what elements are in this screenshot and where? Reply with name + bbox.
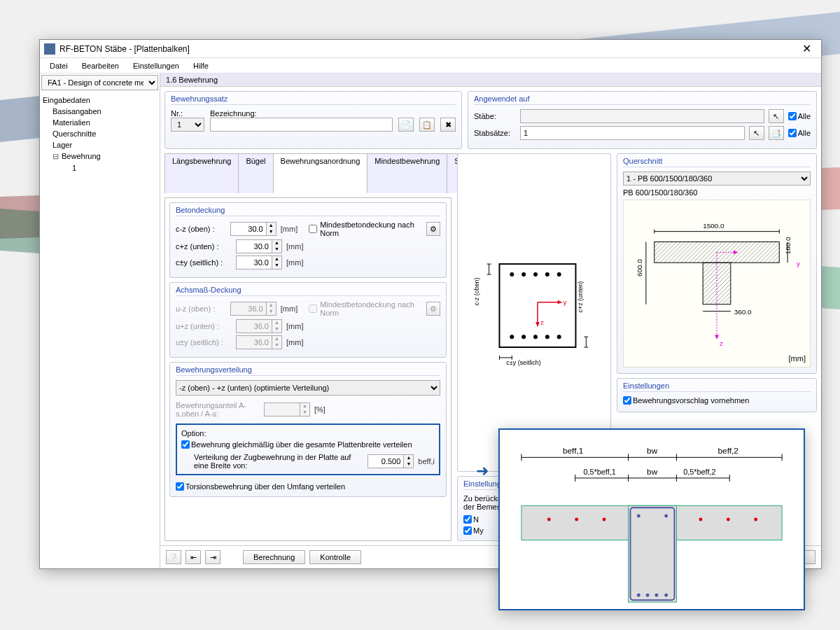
option-header: Option: <box>181 429 435 438</box>
pick-stabsaetze-button[interactable]: ↖ <box>749 126 764 140</box>
app-icon <box>44 43 55 55</box>
cz-unten-input[interactable]: ▲▼ <box>236 239 282 253</box>
group-title-qs: Querschnitt <box>623 157 811 167</box>
svg-text:c-z (oben): c-z (oben) <box>473 277 480 305</box>
tree-basisangaben[interactable]: Basisangaben <box>43 106 157 117</box>
help-button[interactable]: ❔ <box>166 550 181 564</box>
tree-lager[interactable]: Lager <box>43 139 157 150</box>
chk-My[interactable]: My <box>463 526 498 535</box>
chk-vorschlag[interactable]: Bewehrungsvorschlag vornehmen <box>623 396 749 405</box>
cover-settings-button[interactable]: ⚙ <box>426 222 440 236</box>
section-header: 1.6 Bewehrung <box>160 74 821 87</box>
case-select[interactable]: FA1 - Design of concrete memb <box>41 75 158 90</box>
menu-datei[interactable]: Datei <box>44 59 74 72</box>
group-title-angewendet: Angewendet auf <box>474 94 811 105</box>
tree-querschnitte[interactable]: Querschnitte <box>43 128 157 139</box>
menubar: Datei Bearbeiten Einstellungen Hilfe <box>40 58 821 74</box>
tab-buegel[interactable]: Bügel <box>238 153 273 193</box>
delete-set-button[interactable]: ✖ <box>440 118 456 132</box>
anteil-label: Bewehrungsanteil A-s,oben / A-s: <box>176 401 260 418</box>
svg-point-51 <box>575 518 578 522</box>
kontrolle-button[interactable]: Kontrolle <box>309 550 360 564</box>
berechnung-button[interactable]: Berechnung <box>243 550 305 564</box>
svg-text:bw: bw <box>647 467 658 477</box>
opt-chk-gleichmaessig[interactable]: Bewehrung gleichmäßig über die gesamte P… <box>181 440 412 449</box>
stabsaetze-label: Stabsätze: <box>474 129 516 137</box>
group-bewehrungssatz: Bewehrungssatz Nr.: 1 Bezeichnung: 📄 <box>164 91 462 149</box>
stabsaetze-list-button[interactable]: 📑 <box>769 126 784 140</box>
uy-seit-label: u±y (seitlich) : <box>176 338 232 346</box>
svg-point-8 <box>533 335 538 339</box>
staebe-label: Stäbe: <box>474 112 516 120</box>
svg-marker-45 <box>715 335 719 339</box>
group-title-achsmass: Achsmaß-Deckung <box>176 286 440 296</box>
uy-seit-input: ▲▼ <box>236 335 282 349</box>
svg-text:0,5*beff,1: 0,5*beff,1 <box>584 468 616 476</box>
prev-button[interactable]: ⇤ <box>186 550 201 564</box>
close-button[interactable]: ✕ <box>797 42 817 55</box>
svg-text:c±y (seitlich): c±y (seitlich) <box>506 359 540 366</box>
chk-N[interactable]: N <box>463 515 498 524</box>
callout: beff,1 bw beff,2 0,5*beff,1 bw 0,5*beff,… <box>498 428 805 610</box>
pick-staebe-button[interactable]: ↖ <box>769 109 784 123</box>
stabsaetze-alle-chk[interactable]: Alle <box>788 129 811 137</box>
torsion-chk[interactable]: Torsionsbewehrung über den Umfang vertei… <box>176 482 440 491</box>
svg-text:180.0: 180.0 <box>784 237 792 254</box>
qs-label: PB 600/1500/180/360 <box>623 188 811 197</box>
svg-text:z: z <box>720 340 723 347</box>
tab-laengsbewehrung[interactable]: Längsbewehrung <box>164 153 239 193</box>
next-button[interactable]: ⇥ <box>205 550 220 564</box>
group-title-betondeckung: Betondeckung <box>176 206 440 216</box>
cz-unten-label: c+z (unten) : <box>176 242 232 251</box>
menu-einstellungen[interactable]: Einstellungen <box>127 59 185 72</box>
anteil-input: ▲▼ <box>264 402 310 416</box>
svg-point-9 <box>545 335 550 339</box>
group-betondeckung: Betondeckung c-z (oben) : ▲▼ [mm] Mindes… <box>169 202 447 278</box>
qs-drawing: 1500.0 180.0 600.0 360.0 y z [mm] <box>623 200 811 368</box>
tree-bewehrung[interactable]: Bewehrung <box>43 150 157 162</box>
tab-mindestbewehrung[interactable]: Mindestbewehrung <box>367 153 447 193</box>
min-cover-chk[interactable]: Mindestbetondeckung nach Norm <box>309 220 422 237</box>
menu-hilfe[interactable]: Hilfe <box>188 59 214 72</box>
staebe-alle-chk[interactable]: Alle <box>788 112 811 120</box>
qs-select[interactable]: 1 - PB 600/1500/180/360 <box>623 172 811 186</box>
bez-label: Bezeichnung: <box>210 109 393 118</box>
svg-point-5 <box>557 272 561 276</box>
svg-point-54 <box>727 518 730 522</box>
svg-text:y: y <box>797 260 800 267</box>
group-einstellungen-right: Einstellungen Bewehrungsvorschlag vorneh… <box>617 378 817 412</box>
tree-root[interactable]: Eingabedaten <box>43 94 157 106</box>
svg-text:y: y <box>564 298 567 306</box>
cz-oben-label: c-z (oben) : <box>176 225 226 233</box>
staebe-input[interactable] <box>520 109 764 123</box>
cy-seit-input[interactable]: ▲▼ <box>236 255 282 270</box>
new-set-button[interactable]: 📄 <box>398 118 414 132</box>
tree-bewehrung-1[interactable]: 1 <box>43 162 157 174</box>
group-achsmass: Achsmaß-Deckung u-z (oben) : ▲▼ [mm] Min… <box>169 282 447 358</box>
group-title-einst-r: Einstellungen <box>623 382 811 392</box>
bez-input[interactable] <box>210 118 393 132</box>
tree-materialien[interactable]: Materialien <box>43 117 157 128</box>
svg-point-1 <box>510 272 514 276</box>
svg-text:z: z <box>540 318 544 326</box>
group-title-bewehrungssatz: Bewehrungssatz <box>171 94 456 105</box>
verteilung-select[interactable]: -z (oben) - +z (unten) (optimierte Verte… <box>176 380 440 396</box>
svg-point-10 <box>557 335 561 339</box>
cz-oben-input[interactable]: ▲▼ <box>230 222 276 236</box>
axis-settings-button: ⚙ <box>426 302 440 316</box>
svg-point-52 <box>603 518 606 522</box>
svg-text:360.0: 360.0 <box>734 308 752 316</box>
stabsaetze-input[interactable] <box>520 126 745 140</box>
menu-bearbeiten[interactable]: Bearbeiten <box>76 59 125 72</box>
svg-point-53 <box>699 518 702 522</box>
svg-text:1500.0: 1500.0 <box>703 222 724 230</box>
copy-set-button[interactable]: 📋 <box>419 118 435 132</box>
cy-seit-label: c±y (seitlich) : <box>176 258 232 267</box>
option-beff-input[interactable]: ▲▼ <box>368 454 414 468</box>
uz-oben-input: ▲▼ <box>230 302 276 316</box>
nr-select[interactable]: 1 <box>171 118 204 132</box>
tab-bewehrungsanordnung[interactable]: Bewehrungsanordnung <box>273 153 368 193</box>
svg-point-57 <box>664 514 668 518</box>
option-subtext: Verteilung der Zugbewehrung in der Platt… <box>194 453 363 470</box>
option-box: Option: Bewehrung gleichmäßig über die g… <box>176 424 440 475</box>
